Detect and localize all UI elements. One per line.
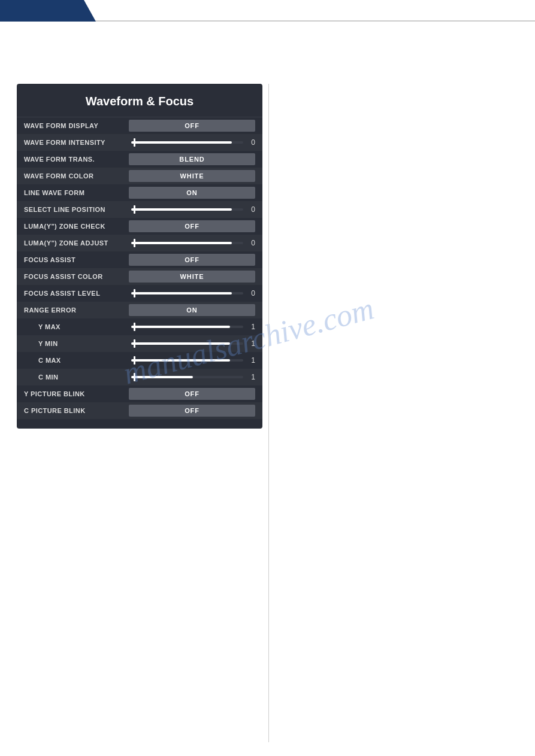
slider-track-c-min[interactable] — [131, 376, 243, 378]
control-luma-zone-check[interactable]: OFF — [129, 220, 255, 232]
vertical-divider — [268, 84, 269, 742]
label-c-min: C MIN — [24, 374, 129, 381]
label-luma-zone-adjust: LUMA(Y") ZONE ADJUST — [24, 239, 129, 247]
slider-thumb-focus-assist-level — [134, 289, 135, 297]
control-c-min: 1 — [129, 373, 255, 381]
slider-container-luma-zone-adjust[interactable]: 0 — [129, 239, 255, 247]
setting-row-c-max: C MAX1 — [17, 352, 262, 369]
button-wave-form-trans[interactable]: BLEND — [129, 153, 255, 165]
header-bar — [0, 0, 535, 22]
label-wave-form-intensity: WAVE FORM INTENSITY — [24, 139, 129, 146]
button-focus-assist[interactable]: OFF — [129, 254, 255, 266]
slider-value-y-min: 1 — [246, 339, 255, 348]
setting-row-range-error: RANGE ERRORON — [17, 302, 262, 318]
slider-value-select-line-position: 0 — [246, 205, 255, 214]
slider-container-focus-assist-level[interactable]: 0 — [129, 289, 255, 297]
control-range-error[interactable]: ON — [129, 304, 255, 316]
slider-fill-y-min — [131, 342, 230, 345]
slider-fill-wave-form-intensity — [131, 141, 232, 144]
slider-value-c-max: 1 — [246, 356, 255, 365]
setting-row-focus-assist-color: FOCUS ASSIST COLORWHITE — [17, 268, 262, 285]
setting-row-wave-form-color: WAVE FORM COLORWHITE — [17, 168, 262, 184]
button-focus-assist-color[interactable]: WHITE — [129, 271, 255, 283]
slider-track-y-max[interactable] — [131, 326, 243, 328]
control-y-picture-blink[interactable]: OFF — [129, 388, 255, 400]
waveform-focus-panel: Waveform & Focus WAVE FORM DISPLAYOFFWAV… — [17, 84, 262, 429]
label-luma-zone-check: LUMA(Y") ZONE CHECK — [24, 223, 129, 230]
label-c-picture-blink: C PICTURE BLINK — [24, 407, 129, 414]
control-select-line-position: 0 — [129, 205, 255, 214]
control-line-wave-form[interactable]: ON — [129, 187, 255, 199]
slider-container-wave-form-intensity[interactable]: 0 — [129, 138, 255, 147]
slider-fill-c-max — [131, 359, 230, 362]
label-focus-assist: FOCUS ASSIST — [24, 256, 129, 263]
label-c-max: C MAX — [24, 357, 129, 364]
slider-track-c-max[interactable] — [131, 359, 243, 362]
setting-row-wave-form-intensity: WAVE FORM INTENSITY0 — [17, 134, 262, 151]
panel-title: Waveform & Focus — [17, 84, 262, 117]
slider-track-wave-form-intensity[interactable] — [131, 141, 243, 144]
control-wave-form-intensity: 0 — [129, 138, 255, 147]
button-wave-form-color[interactable]: WHITE — [129, 170, 255, 182]
control-c-max: 1 — [129, 356, 255, 365]
slider-fill-c-min — [131, 376, 193, 378]
button-line-wave-form[interactable]: ON — [129, 187, 255, 199]
slider-thumb-luma-zone-adjust — [134, 239, 135, 247]
slider-container-select-line-position[interactable]: 0 — [129, 205, 255, 214]
slider-container-c-min[interactable]: 1 — [129, 373, 255, 381]
setting-row-select-line-position: SELECT LINE POSITION0 — [17, 201, 262, 218]
slider-thumb-select-line-position — [134, 205, 135, 214]
control-wave-form-color[interactable]: WHITE — [129, 170, 255, 182]
label-wave-form-display: WAVE FORM DISPLAY — [24, 122, 129, 129]
control-wave-form-trans[interactable]: BLEND — [129, 153, 255, 165]
slider-value-focus-assist-level: 0 — [246, 289, 255, 297]
setting-row-line-wave-form: LINE WAVE FORMON — [17, 184, 262, 201]
label-focus-assist-color: FOCUS ASSIST COLOR — [24, 273, 129, 280]
control-focus-assist[interactable]: OFF — [129, 254, 255, 266]
slider-container-y-min[interactable]: 1 — [129, 339, 255, 348]
slider-thumb-c-max — [134, 356, 135, 365]
control-y-min: 1 — [129, 339, 255, 348]
control-wave-form-display[interactable]: OFF — [129, 120, 255, 132]
slider-container-c-max[interactable]: 1 — [129, 356, 255, 365]
button-c-picture-blink[interactable]: OFF — [129, 405, 255, 417]
setting-row-y-max: Y MAX1 — [17, 318, 262, 335]
slider-thumb-y-max — [134, 323, 135, 331]
control-c-picture-blink[interactable]: OFF — [129, 405, 255, 417]
label-y-picture-blink: Y PICTURE BLINK — [24, 390, 129, 397]
slider-thumb-c-min — [134, 373, 135, 381]
header-tab — [0, 0, 96, 22]
slider-fill-focus-assist-level — [131, 292, 232, 294]
label-wave-form-color: WAVE FORM COLOR — [24, 172, 129, 180]
slider-thumb-wave-form-intensity — [134, 138, 135, 147]
button-wave-form-display[interactable]: OFF — [129, 120, 255, 132]
button-luma-zone-check[interactable]: OFF — [129, 220, 255, 232]
slider-fill-select-line-position — [131, 208, 232, 211]
slider-track-focus-assist-level[interactable] — [131, 292, 243, 294]
button-range-error[interactable]: ON — [129, 304, 255, 316]
control-luma-zone-adjust: 0 — [129, 239, 255, 247]
slider-value-luma-zone-adjust: 0 — [246, 239, 255, 247]
setting-row-c-min: C MIN1 — [17, 369, 262, 385]
slider-thumb-y-min — [134, 339, 135, 348]
setting-row-wave-form-trans: WAVE FORM TRANS.BLEND — [17, 151, 262, 168]
label-y-min: Y MIN — [24, 340, 129, 347]
slider-value-y-max: 1 — [246, 323, 255, 331]
slider-container-y-max[interactable]: 1 — [129, 323, 255, 331]
setting-row-luma-zone-adjust: LUMA(Y") ZONE ADJUST0 — [17, 235, 262, 251]
control-y-max: 1 — [129, 323, 255, 331]
button-y-picture-blink[interactable]: OFF — [129, 388, 255, 400]
setting-row-c-picture-blink: C PICTURE BLINKOFF — [17, 402, 262, 419]
setting-row-focus-assist-level: FOCUS ASSIST LEVEL0 — [17, 285, 262, 302]
setting-row-y-min: Y MIN1 — [17, 335, 262, 352]
slider-track-y-min[interactable] — [131, 342, 243, 345]
slider-track-select-line-position[interactable] — [131, 208, 243, 211]
slider-track-luma-zone-adjust[interactable] — [131, 242, 243, 244]
settings-list: WAVE FORM DISPLAYOFFWAVE FORM INTENSITY0… — [17, 117, 262, 419]
control-focus-assist-color[interactable]: WHITE — [129, 271, 255, 283]
label-line-wave-form: LINE WAVE FORM — [24, 189, 129, 196]
setting-row-y-picture-blink: Y PICTURE BLINKOFF — [17, 385, 262, 402]
label-focus-assist-level: FOCUS ASSIST LEVEL — [24, 290, 129, 297]
slider-value-wave-form-intensity: 0 — [246, 138, 255, 147]
setting-row-wave-form-display: WAVE FORM DISPLAYOFF — [17, 117, 262, 134]
